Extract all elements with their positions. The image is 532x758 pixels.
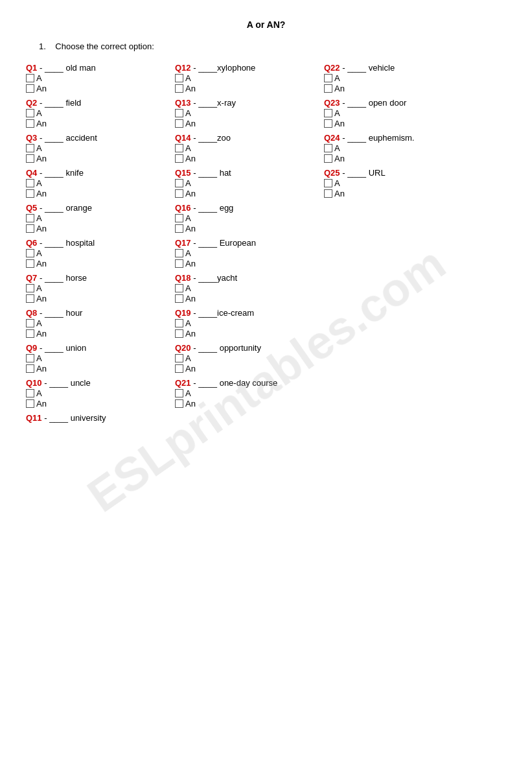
checkbox[interactable]: [175, 329, 183, 338]
option-label: A: [185, 178, 191, 188]
question-label: Q6: [26, 238, 37, 248]
option-row: An: [26, 399, 175, 409]
checkbox[interactable]: [175, 109, 183, 117]
checkbox[interactable]: [175, 249, 183, 257]
option-row: A: [26, 248, 175, 258]
checkbox[interactable]: [324, 74, 332, 82]
checkbox[interactable]: [175, 294, 183, 303]
option-label: A: [36, 178, 42, 188]
option-label: A: [185, 318, 191, 328]
checkbox[interactable]: [26, 74, 34, 82]
option-row: An: [175, 399, 324, 409]
checkbox[interactable]: [26, 224, 34, 233]
checkbox[interactable]: [175, 154, 183, 163]
checkbox[interactable]: [26, 259, 34, 268]
option-label: A: [36, 388, 42, 398]
checkbox[interactable]: [26, 84, 34, 93]
checkbox[interactable]: [175, 284, 183, 292]
question-text: - ____ European: [191, 238, 256, 248]
question-label: Q15: [175, 168, 191, 178]
checkbox[interactable]: [324, 84, 332, 93]
option-row: A: [324, 73, 473, 83]
checkbox[interactable]: [175, 189, 183, 198]
checkbox[interactable]: [26, 249, 34, 257]
option-label: An: [334, 154, 345, 163]
checkbox[interactable]: [324, 189, 332, 198]
checkbox[interactable]: [26, 354, 34, 362]
question-block: Q17 - ____ EuropeanAAn: [175, 238, 324, 269]
checkbox[interactable]: [324, 154, 332, 163]
question-line: Q10 - ____ uncle: [26, 378, 175, 388]
checkbox[interactable]: [26, 189, 34, 198]
question-block: Q3 - ____ accidentAAn: [26, 133, 175, 164]
option-row: A: [26, 213, 175, 223]
question-label: Q8: [26, 308, 37, 318]
checkbox[interactable]: [324, 119, 332, 128]
checkbox[interactable]: [175, 354, 183, 362]
question-block: Q9 - ____ unionAAn: [26, 343, 175, 374]
checkbox[interactable]: [26, 364, 34, 373]
option-label: A: [334, 73, 340, 83]
checkbox[interactable]: [26, 319, 34, 327]
checkbox[interactable]: [175, 389, 183, 397]
checkbox[interactable]: [175, 214, 183, 222]
option-row: An: [324, 154, 473, 163]
question-line: Q18 - ____yacht: [175, 273, 324, 283]
question-text: - ____ URL: [340, 168, 386, 178]
checkbox[interactable]: [175, 224, 183, 233]
checkbox[interactable]: [175, 84, 183, 93]
option-row: A: [175, 318, 324, 328]
checkbox[interactable]: [175, 364, 183, 373]
option-label: An: [185, 84, 196, 93]
option-row: An: [175, 294, 324, 303]
checkbox[interactable]: [324, 109, 332, 117]
checkbox[interactable]: [26, 329, 34, 338]
question-text: - ____ knife: [37, 168, 84, 178]
column-1: Q1 - ____ old manAAnQ2 - ____ fieldAAnQ3…: [26, 63, 175, 427]
option-row: An: [324, 119, 473, 128]
option-label: A: [185, 73, 191, 83]
checkbox[interactable]: [324, 144, 332, 152]
option-label: A: [185, 353, 191, 363]
question-label: Q19: [175, 308, 191, 318]
question-label: Q3: [26, 133, 37, 143]
option-row: A: [26, 283, 175, 293]
question-label: Q9: [26, 343, 37, 353]
checkbox[interactable]: [175, 399, 183, 408]
checkbox[interactable]: [26, 179, 34, 187]
option-label: An: [36, 329, 47, 338]
checkbox[interactable]: [175, 319, 183, 327]
checkbox[interactable]: [175, 144, 183, 152]
question-label: Q2: [26, 98, 37, 108]
checkbox[interactable]: [175, 179, 183, 187]
question-text: - ____yacht: [191, 273, 238, 283]
checkbox[interactable]: [26, 214, 34, 222]
option-label: A: [334, 143, 340, 153]
question-line: Q11 - ____ university: [26, 413, 175, 423]
question-text: - ____ hospital: [37, 238, 95, 248]
question-text: - ____ hour: [37, 308, 82, 318]
checkbox[interactable]: [26, 389, 34, 397]
checkbox[interactable]: [175, 259, 183, 268]
checkbox[interactable]: [175, 119, 183, 128]
checkbox[interactable]: [26, 119, 34, 128]
checkbox[interactable]: [26, 109, 34, 117]
instruction-number: 1.: [39, 41, 46, 51]
question-text: - ____ one-day course: [191, 378, 278, 388]
option-row: A: [26, 318, 175, 328]
instruction: 1. Choose the correct option:: [39, 41, 506, 51]
checkbox[interactable]: [26, 284, 34, 292]
question-block: Q14 - ____zooAAn: [175, 133, 324, 164]
option-label: An: [36, 119, 47, 128]
checkbox[interactable]: [26, 294, 34, 303]
checkbox[interactable]: [324, 179, 332, 187]
question-label: Q14: [175, 133, 191, 143]
question-label: Q24: [324, 133, 340, 143]
option-row: An: [26, 119, 175, 128]
question-line: Q5 - ____ orange: [26, 203, 175, 213]
checkbox[interactable]: [175, 74, 183, 82]
checkbox[interactable]: [26, 399, 34, 408]
column-2: Q12 - ____xylophoneAAnQ13 - ____x-rayAAn…: [175, 63, 324, 413]
checkbox[interactable]: [26, 144, 34, 152]
checkbox[interactable]: [26, 154, 34, 163]
